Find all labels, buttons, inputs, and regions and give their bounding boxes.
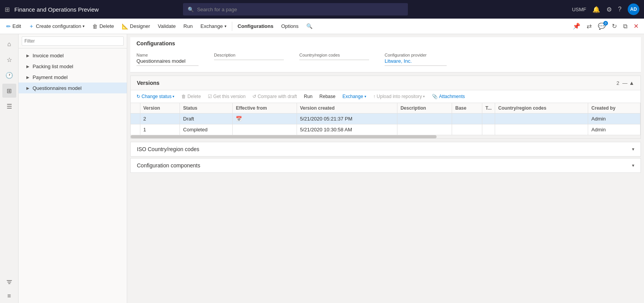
col-created-by[interactable]: Created by [588, 103, 641, 114]
versions-section-header[interactable]: Versions 2 — ▲ [131, 76, 641, 90]
sidebar-list-icon[interactable]: ☰ [2, 99, 16, 113]
exchange-button[interactable]: Exchange ▾ [197, 22, 230, 31]
col-r [131, 103, 140, 114]
search-bar: 🔍 [183, 3, 408, 15]
sidebar-home-icon[interactable]: ⌂ [2, 37, 16, 51]
versions-count: 2 [616, 80, 619, 86]
search-toolbar-button[interactable]: 🔍 [303, 22, 316, 31]
base-cell [452, 114, 482, 124]
edit-button[interactable]: ✏ Edit [3, 22, 24, 31]
change-status-button[interactable]: ↻ Change status ▾ [134, 93, 177, 100]
tree-panel: ▶ Invoice model ▶ Packing list model ▶ P… [19, 34, 127, 303]
ver-exchange-dropdown-icon: ▾ [364, 95, 366, 98]
sidebar-menu-icon[interactable]: ≡ [2, 289, 16, 303]
table-row[interactable]: 1 Completed 5/21/2020 10:30:58 AM Admin [131, 124, 641, 135]
description-cell [397, 124, 452, 135]
create-config-button[interactable]: ＋ Create configuration ▾ [26, 21, 88, 31]
sidebar-workspace-icon[interactable]: ⊞ [2, 84, 16, 98]
tree-filter-bar [19, 34, 127, 48]
scroll-thumb[interactable] [131, 135, 437, 138]
provider-label: Configuration provider [385, 53, 447, 57]
ver-delete-button[interactable]: 🗑 Delete [179, 93, 204, 100]
t-cell [482, 114, 495, 124]
version-created-cell: 5/21/2020 05:21:37 PM [297, 114, 397, 124]
filter-input[interactable] [22, 36, 124, 46]
tree-item-invoice-model[interactable]: ▶ Invoice model [19, 50, 127, 61]
description-value[interactable] [214, 58, 284, 60]
refresh-button[interactable]: ↻ [609, 21, 619, 31]
tree-item-questionnaires-model[interactable]: ▶ Questionnaires model [19, 83, 127, 93]
col-version-created[interactable]: Version created [297, 103, 397, 114]
name-value[interactable]: Questionnaires model [136, 58, 199, 66]
collapse-icon[interactable]: ▲ [629, 80, 634, 86]
search-toolbar-icon: 🔍 [306, 23, 313, 29]
compare-draft-button[interactable]: ↺ Compare with draft [250, 93, 299, 100]
tree-item-packing-list-model[interactable]: ▶ Packing list model [19, 61, 127, 72]
provider-value[interactable]: Litware, Inc. [385, 58, 447, 66]
iso-section-header[interactable]: ISO Country/region codes ▾ [131, 142, 641, 156]
components-title: Configuration components [137, 162, 632, 169]
version-table-body: 2 Draft 📅 5/21/2020 05:21:37 PM Admin [131, 114, 641, 135]
help-icon[interactable]: ? [618, 6, 622, 13]
notification-icon[interactable]: 🔔 [592, 6, 600, 13]
toolbar: ✏ Edit ＋ Create configuration ▾ 🗑 Delete… [0, 19, 644, 34]
col-effective-from[interactable]: Effective from [233, 103, 297, 114]
right-icons: USMF 🔔 ⚙ ? AD [572, 3, 639, 15]
tree-filter-icon[interactable] [4, 277, 15, 288]
sidebar-recent-icon[interactable]: 🕐 [2, 68, 16, 82]
horizontal-scrollbar[interactable] [131, 135, 641, 138]
validate-button[interactable]: Validate [155, 22, 179, 31]
attach-icon: 📎 [432, 94, 438, 99]
table-row[interactable]: 2 Draft 📅 5/21/2020 05:21:37 PM Admin [131, 114, 641, 124]
version-cell: 1 [140, 124, 180, 135]
upload-dropdown-icon: ▾ [423, 95, 425, 98]
delete-button[interactable]: 🗑 Delete [89, 22, 117, 31]
compare-icon-button[interactable]: ⇄ [584, 21, 594, 31]
col-base[interactable]: Base [452, 103, 482, 114]
page-title: Configurations [136, 40, 635, 50]
designer-button[interactable]: 📐 Designer [119, 22, 153, 31]
search-input[interactable] [197, 7, 403, 12]
user-avatar[interactable]: AD [628, 3, 639, 15]
side-icon-bar: ⌂ ☆ 🕐 ⊞ ☰ ≡ [0, 34, 19, 303]
components-section-header[interactable]: Configuration components ▾ [131, 158, 641, 172]
options-button[interactable]: Options [278, 22, 302, 31]
config-form-card: Configurations Name Questionnaires model… [130, 37, 641, 72]
col-description[interactable]: Description [397, 103, 452, 114]
upload-icon: ↑ [373, 94, 376, 99]
upload-repo-button[interactable]: ↑ Upload into repository ▾ [371, 93, 428, 100]
edit-icon: ✏ [6, 23, 11, 29]
configurations-button[interactable]: Configurations [235, 22, 276, 31]
col-version[interactable]: Version [140, 103, 180, 114]
country-cell [495, 114, 588, 124]
col-t[interactable]: T... [482, 103, 495, 114]
col-country[interactable]: Country/region codes [495, 103, 588, 114]
settings-icon[interactable]: ⚙ [606, 6, 612, 13]
badge-button[interactable]: 💬0 [596, 21, 608, 31]
run-button[interactable]: Run [180, 22, 196, 31]
form-fields: Name Questionnaires model Description Co… [130, 50, 641, 72]
sidebar-favorites-icon[interactable]: ☆ [2, 53, 16, 67]
search-icon: 🔍 [188, 7, 194, 12]
open-new-button[interactable]: ⧉ [621, 21, 630, 31]
country-value[interactable] [299, 58, 369, 60]
ver-run-button[interactable]: Run [301, 93, 315, 100]
close-button[interactable]: ✕ [631, 21, 641, 31]
trash-icon: 🗑 [92, 23, 98, 29]
description-field: Description [214, 53, 284, 66]
calendar-icon[interactable]: 📅 [236, 116, 242, 122]
tree-item-payment-model[interactable]: ▶ Payment model [19, 72, 127, 83]
grid-icon[interactable]: ⊞ [5, 6, 10, 13]
config-header: Configurations [130, 37, 641, 50]
pinned-icon-button[interactable]: 📌 [570, 21, 583, 31]
iso-title: ISO Country/region codes [137, 146, 632, 152]
rebase-button[interactable]: Rebase [317, 93, 338, 100]
col-status[interactable]: Status [180, 103, 233, 114]
ver-exchange-button[interactable]: Exchange ▾ [340, 93, 369, 100]
versions-title: Versions [137, 80, 616, 86]
top-bar: ⊞ Finance and Operations Preview 🔍 USMF … [0, 0, 644, 19]
attachments-button[interactable]: 📎 Attachments [429, 93, 468, 100]
get-version-button[interactable]: ☑ Get this version [205, 93, 248, 100]
chevron-right-icon: ▶ [25, 63, 31, 69]
chevron-right-icon: ▶ [25, 85, 31, 91]
